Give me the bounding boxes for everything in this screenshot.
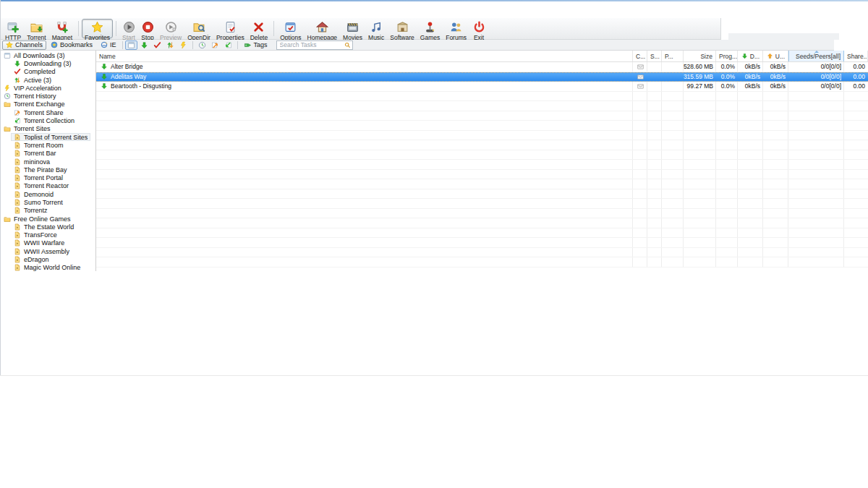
- start-button[interactable]: Start: [119, 19, 138, 38]
- site-icon: [14, 158, 21, 166]
- tags-button[interactable]: Tags: [241, 41, 271, 49]
- magnet-button[interactable]: Magnet: [49, 19, 75, 38]
- table-row[interactable]: Adelitas Way315.59 MB0.0%0kB/s0kB/s0/0[0…: [96, 72, 868, 82]
- sidebar-item-edragon[interactable]: eDragon: [11, 255, 52, 263]
- column-header-size[interactable]: Size: [684, 51, 716, 61]
- downloading-icon: [101, 63, 108, 70]
- software-button[interactable]: Software: [387, 19, 417, 38]
- column-header-label: C...: [636, 53, 645, 60]
- preview-button[interactable]: Preview: [157, 19, 184, 38]
- http-button[interactable]: HTTP: [2, 19, 24, 38]
- exit-button[interactable]: Exit: [469, 19, 488, 38]
- column-header-seeds[interactable]: Seeds/Peers[all]: [788, 51, 844, 61]
- properties-button[interactable]: Properties: [213, 19, 247, 38]
- sidebar-item-sumo-torrent[interactable]: Sumo Torrent: [11, 198, 66, 206]
- empty-table-row: [96, 131, 868, 141]
- tab-ie[interactable]: IE: [97, 40, 120, 50]
- sidebar-item-mininova[interactable]: mininova: [11, 158, 53, 166]
- column-header-c[interactable]: C...: [633, 51, 647, 61]
- sidebar-item-all-downloads-3[interactable]: All Downloads (3): [1, 51, 68, 59]
- vip-icon: [4, 85, 11, 92]
- sidebar-item-active-3[interactable]: Active (3): [11, 76, 54, 84]
- opendir-button[interactable]: OpenDir: [184, 19, 213, 38]
- column-header-s[interactable]: S...: [647, 51, 662, 61]
- delete-icon: [252, 21, 265, 33]
- tab-channels[interactable]: Channels: [2, 40, 46, 50]
- sidebar-item-torrent-portal[interactable]: Torrent Portal: [11, 174, 66, 181]
- history-icon: [4, 93, 11, 100]
- prog-cell: 0.0%: [716, 73, 738, 82]
- sidebar-item-the-estate-world[interactable]: The Estate World: [11, 223, 77, 231]
- favorites-button[interactable]: Favorites: [82, 19, 113, 38]
- sidebar-item-label: The Pirate Bay: [24, 166, 67, 174]
- sidebar-item-torrent-collection[interactable]: Torrent Collection: [11, 116, 77, 124]
- sidebar-item-label: mininova: [24, 158, 50, 166]
- sidebar-item-torrent-sites[interactable]: Torrent Sites: [1, 125, 54, 133]
- column-header-name[interactable]: Name: [96, 51, 633, 61]
- sidebar-item-torrent-room[interactable]: Torrent Room: [11, 141, 67, 149]
- filter-downloading-button[interactable]: [138, 40, 150, 50]
- column-header-down[interactable]: D...: [738, 51, 763, 61]
- empty-table-row: [96, 160, 868, 170]
- sidebar-item-vip-acceleration[interactable]: VIP Acceleration: [1, 84, 64, 92]
- vip-acceleration-button[interactable]: [177, 40, 190, 50]
- p-cell: [662, 62, 684, 72]
- empty-table-row: [96, 170, 868, 180]
- column-header-share[interactable]: Share...: [844, 51, 868, 61]
- games-icon: [424, 21, 436, 33]
- toolbar-background-step: [728, 33, 839, 40]
- table-row[interactable]: Beartooth - Disgusting99.27 MB0.0%0kB/s0…: [96, 82, 868, 92]
- homepage-button[interactable]: Homepage: [305, 19, 341, 38]
- task-table-header: NameC...S...P...SizeProg...D...U...Seeds…: [96, 51, 868, 62]
- music-button[interactable]: Music: [365, 19, 387, 38]
- sidebar-item-free-online-games[interactable]: Free Online Games: [1, 215, 74, 223]
- sidebar-item-torrent-reactor[interactable]: Torrent Reactor: [11, 182, 72, 190]
- sidebar-item-torrent-bar[interactable]: Torrent Bar: [11, 150, 59, 158]
- sidebar-item-the-pirate-bay[interactable]: The Pirate Bay: [11, 166, 70, 174]
- sidebar-item-label: eDragon: [24, 256, 49, 263]
- sidebar-item-torrentz[interactable]: Torrentz: [11, 207, 51, 215]
- sidebar-item-downloading-3[interactable]: Downloading (3): [11, 59, 75, 67]
- movies-button[interactable]: Movies: [340, 19, 365, 38]
- p-cell: [662, 82, 684, 91]
- sidebar-item-demonoid[interactable]: Demonoid: [11, 190, 56, 198]
- table-row[interactable]: Alter Bridge528.60 MB0.0%0kB/s0kB/s0/0[0…: [96, 62, 868, 72]
- sidebar-item-completed[interactable]: Completed: [11, 68, 59, 76]
- envelope-icon: [637, 74, 644, 80]
- sidebar-item-toplist-of-torrent-sites[interactable]: Toplist of Torrent Sites: [11, 133, 90, 141]
- name-cell: Alter Bridge: [96, 62, 633, 72]
- toolbar-separator: [192, 41, 193, 49]
- sidebar-item-torrent-history[interactable]: Torrent History: [1, 92, 59, 100]
- tab-bookmarks[interactable]: Bookmarks: [47, 40, 96, 50]
- torrent-button[interactable]: Torrent: [24, 19, 48, 38]
- forums-button[interactable]: Forums: [443, 19, 469, 38]
- filter-active-button[interactable]: [164, 40, 176, 50]
- sidebar-item-label: Torrent Reactor: [24, 182, 69, 189]
- column-header-up[interactable]: U...: [763, 51, 788, 61]
- site-icon: [14, 199, 21, 206]
- sidebar-item-torrent-share[interactable]: Torrent Share: [11, 108, 67, 116]
- sidebar-item-wwii-warfare[interactable]: WWII Warfare: [11, 239, 67, 247]
- column-header-prog[interactable]: Prog...: [716, 51, 738, 61]
- options-button[interactable]: Options: [277, 19, 304, 38]
- games-button[interactable]: Games: [417, 19, 443, 38]
- column-header-p[interactable]: P...: [662, 51, 684, 61]
- sidebar-item-torrent-exchange[interactable]: Torrent Exchange: [1, 100, 68, 108]
- sidebar-item-wwii-assembly[interactable]: WWII Assembly: [11, 247, 72, 255]
- completed-icon: [153, 41, 161, 49]
- sidebar-item-label: Toplist of Torrent Sites: [24, 134, 88, 141]
- filter-completed-button[interactable]: [151, 40, 163, 50]
- torrent-history-button[interactable]: [196, 40, 208, 50]
- stop-button[interactable]: Stop: [138, 19, 157, 38]
- filter-all-downloads-button[interactable]: [125, 40, 137, 50]
- sidebar-item-magic-world-online[interactable]: Magic World Online: [11, 264, 83, 271]
- site-icon: [14, 182, 21, 189]
- sidebar-item-transforce[interactable]: TransForce: [11, 231, 60, 239]
- start-icon: [123, 21, 135, 33]
- torrent-icon: [30, 21, 43, 33]
- ie-icon: [101, 41, 108, 48]
- search-input[interactable]: [280, 41, 344, 48]
- delete-button[interactable]: Delete: [247, 19, 271, 38]
- torrent-share-button[interactable]: [209, 40, 221, 50]
- torrent-collection-button[interactable]: [222, 40, 234, 50]
